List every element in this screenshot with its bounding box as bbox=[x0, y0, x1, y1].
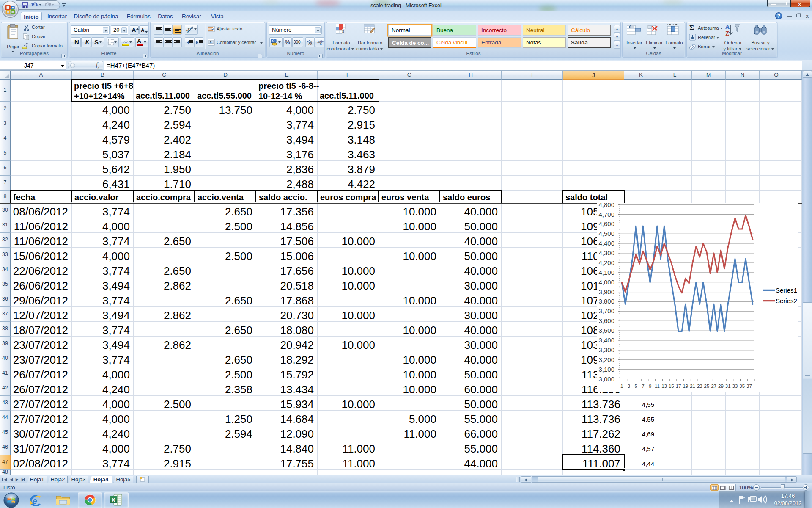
svg-text:19: 19 bbox=[683, 384, 688, 389]
svg-text:A: A bbox=[725, 24, 730, 30]
svg-text:3,800: 3,800 bbox=[598, 298, 614, 305]
svg-text:5: 5 bbox=[634, 384, 637, 389]
svg-text:Z: Z bbox=[725, 30, 729, 37]
svg-text:35: 35 bbox=[739, 384, 745, 389]
svg-text:3,600: 3,600 bbox=[598, 317, 614, 324]
svg-text:7: 7 bbox=[642, 384, 644, 389]
svg-text:3,100: 3,100 bbox=[598, 366, 614, 373]
svg-text:s: s bbox=[342, 29, 344, 33]
svg-text:ab: ab bbox=[186, 26, 192, 33]
svg-text:3,500: 3,500 bbox=[598, 327, 614, 334]
svg-text:3,200: 3,200 bbox=[598, 356, 614, 363]
svg-text:29: 29 bbox=[718, 384, 724, 389]
svg-text:25: 25 bbox=[704, 384, 710, 389]
svg-text:3,900: 3,900 bbox=[598, 288, 614, 295]
svg-text:11: 11 bbox=[655, 384, 660, 389]
svg-text:21: 21 bbox=[690, 384, 695, 389]
svg-text:.0: .0 bbox=[319, 42, 322, 46]
svg-text:Series1: Series1 bbox=[776, 287, 797, 294]
svg-text:15: 15 bbox=[669, 384, 674, 389]
svg-text:23: 23 bbox=[697, 384, 702, 389]
svg-text:27: 27 bbox=[711, 384, 716, 389]
svg-text:4,500: 4,500 bbox=[598, 230, 614, 237]
svg-text:4,100: 4,100 bbox=[598, 269, 614, 276]
svg-text:4,200: 4,200 bbox=[598, 259, 614, 266]
svg-text:4,800: 4,800 bbox=[598, 203, 614, 208]
svg-text:a: a bbox=[210, 40, 212, 44]
svg-text:3,700: 3,700 bbox=[598, 307, 614, 315]
svg-text:37: 37 bbox=[746, 384, 752, 389]
svg-text:3,000: 3,000 bbox=[598, 375, 614, 383]
svg-text:17: 17 bbox=[676, 384, 681, 389]
svg-text:e: e bbox=[32, 496, 37, 506]
svg-text:4,400: 4,400 bbox=[598, 240, 614, 247]
svg-text:4,700: 4,700 bbox=[598, 211, 614, 218]
svg-text:3: 3 bbox=[628, 384, 630, 389]
svg-text:31: 31 bbox=[725, 384, 731, 389]
svg-text:4,600: 4,600 bbox=[598, 220, 614, 227]
svg-text:13: 13 bbox=[661, 384, 667, 389]
svg-text:Series2: Series2 bbox=[776, 297, 797, 304]
svg-text:33: 33 bbox=[732, 384, 738, 389]
svg-text:4,300: 4,300 bbox=[598, 249, 614, 257]
svg-text:1: 1 bbox=[620, 384, 623, 389]
svg-text:9: 9 bbox=[649, 384, 651, 389]
svg-text:4,000: 4,000 bbox=[598, 279, 614, 286]
svg-text:X: X bbox=[112, 497, 116, 503]
svg-text:3,400: 3,400 bbox=[598, 337, 614, 344]
svg-text:3,300: 3,300 bbox=[598, 346, 614, 353]
